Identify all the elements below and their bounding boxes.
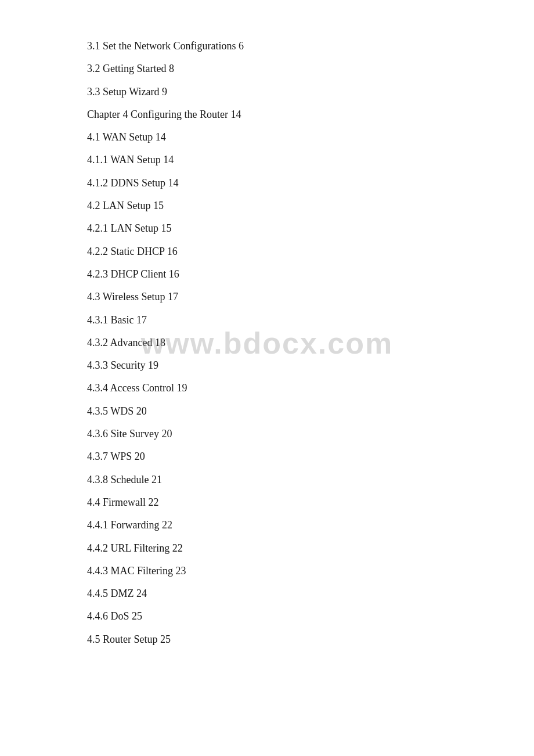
toc-item: 4.4 Firmewall 22	[87, 491, 488, 514]
toc-item: 4.3 Wireless Setup 17	[87, 286, 488, 308]
toc-item: 4.4.1 Forwarding 22	[87, 514, 488, 537]
toc-item: Chapter 4 Configuring the Router 14	[87, 103, 488, 126]
toc-item: 4.3.5 WDS 20	[87, 400, 488, 423]
toc-item: 4.3.4 Access Control 19	[87, 377, 488, 399]
toc-item: 4.1 WAN Setup 14	[87, 126, 488, 149]
page-container: www.bdocx.com 3.1 Set the Network Config…	[0, 0, 534, 686]
table-of-contents: 3.1 Set the Network Configurations 63.2 …	[87, 35, 488, 651]
toc-item: 4.2.3 DHCP Client 16	[87, 263, 488, 286]
toc-item: 4.4.3 MAC Filtering 23	[87, 560, 488, 582]
toc-item: 4.3.8 Schedule 21	[87, 469, 488, 491]
toc-item: 4.3.1 Basic 17	[87, 309, 488, 332]
toc-item: 4.2.2 Static DHCP 16	[87, 240, 488, 263]
toc-item: 3.3 Setup Wizard 9	[87, 81, 488, 103]
toc-item: 3.2 Getting Started 8	[87, 57, 488, 80]
toc-item: 4.1.1 WAN Setup 14	[87, 149, 488, 171]
toc-item: 4.3.3 Security 19	[87, 354, 488, 377]
toc-item: 4.3.2 Advanced 18	[87, 332, 488, 354]
toc-item: 4.1.2 DDNS Setup 14	[87, 172, 488, 195]
toc-item: 4.2.1 LAN Setup 15	[87, 217, 488, 240]
toc-item: 4.2 LAN Setup 15	[87, 195, 488, 217]
toc-item: 4.4.5 DMZ 24	[87, 582, 488, 605]
toc-item: 4.3.7 WPS 20	[87, 445, 488, 468]
toc-item: 3.1 Set the Network Configurations 6	[87, 35, 488, 57]
toc-item: 4.5 Router Setup 25	[87, 628, 488, 651]
toc-item: 4.4.2 URL Filtering 22	[87, 537, 488, 560]
toc-item: 4.4.6 DoS 25	[87, 605, 488, 628]
toc-item: 4.3.6 Site Survey 20	[87, 423, 488, 445]
